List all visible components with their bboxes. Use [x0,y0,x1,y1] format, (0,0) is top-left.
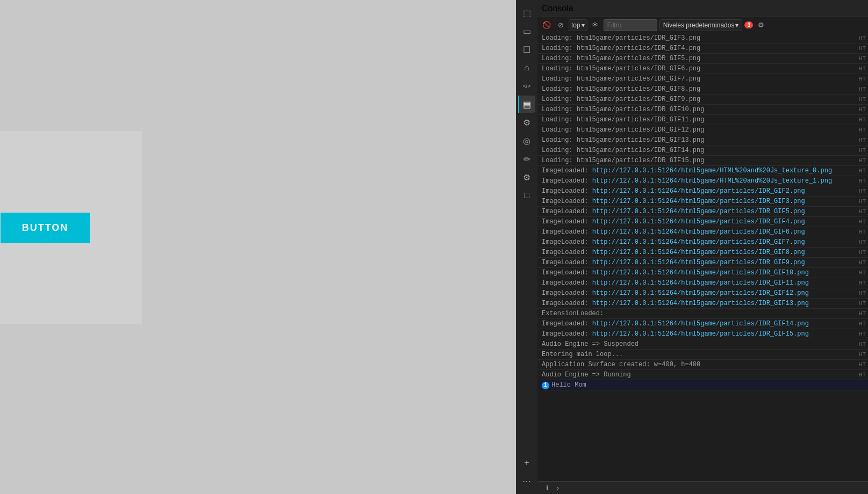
clear-console-button[interactable]: 🚫 [541,19,553,31]
log-source: HT [859,207,866,216]
code-icon[interactable]: </> [518,77,535,95]
log-link[interactable]: http://127.0.0.1:51264/html5game/particl… [592,320,809,328]
ellipsis-icon[interactable]: ⋯ [518,473,535,490]
log-source: HT [859,166,866,175]
log-link[interactable]: http://127.0.0.1:51264/html5game/particl… [592,249,805,256]
log-source: HT [859,75,866,83]
gear-icon[interactable]: ⚙ [518,169,535,186]
error-badge: 3 [744,21,753,28]
filter-input[interactable] [604,19,657,31]
context-selector[interactable]: top ▾ [569,19,587,31]
log-entry: ImageLoaded: http://127.0.0.1:51264/html… [537,278,868,288]
screen-icon[interactable]: ▭ [518,23,535,40]
plus-icon[interactable]: + [518,454,535,471]
log-text: ImageLoaded: http://127.0.0.1:51264/html… [542,330,855,338]
wifi-icon[interactable]: ◎ [518,132,535,149]
log-source: HT [859,146,866,155]
log-entry: ImageLoaded: http://127.0.0.1:51264/html… [537,248,868,258]
log-entry: Loading: html5game/particles/IDR_GIF12.p… [537,125,868,135]
log-link[interactable]: http://127.0.0.1:51264/html5game/HTML%20… [592,177,832,185]
bottom-chevron-icon[interactable]: › [553,483,563,493]
log-entry: Loading: html5game/particles/IDR_GIF6.pn… [537,64,868,74]
log-link[interactable]: http://127.0.0.1:51264/html5game/particl… [592,289,809,297]
log-text: Loading: html5game/particles/IDR_GIF8.pn… [542,85,855,93]
log-entry: Loading: html5game/particles/IDR_GIF5.pn… [537,54,868,64]
log-entry: ImageLoaded: http://127.0.0.1:51264/html… [537,166,868,176]
devtools-settings-icon[interactable]: ⚙ [518,114,535,131]
levels-chevron-icon: ▾ [735,21,738,29]
log-entry: Loading: html5game/particles/IDR_GIF9.pn… [537,95,868,105]
log-text: Loading: html5game/particles/IDR_GIF15.p… [542,156,855,165]
log-entry: ImageLoaded: http://127.0.0.1:51264/html… [537,186,868,197]
eye-icon[interactable]: 👁 [590,19,601,31]
levels-selector[interactable]: Niveles predeterminados ▾ [659,19,743,31]
log-link[interactable]: http://127.0.0.1:51264/html5game/particl… [592,330,809,338]
log-link[interactable]: http://127.0.0.1:51264/html5game/particl… [592,279,809,287]
log-entry: iHello Mom [537,380,868,390]
log-link[interactable]: http://127.0.0.1:51264/html5game/particl… [592,300,809,307]
home-icon[interactable]: ⌂ [518,59,535,76]
log-entry: Audio Engine => SuspendedHT [537,339,868,350]
log-entry: ImageLoaded: http://127.0.0.1:51264/html… [537,197,868,207]
top-label: top [571,21,580,29]
log-text: Loading: html5game/particles/IDR_GIF3.pn… [542,34,855,42]
log-text: Loading: html5game/particles/IDR_GIF12.p… [542,126,855,134]
log-entry: ExtensionLoaded:HT [537,309,868,319]
inspect-icon[interactable]: ⬚ [518,4,535,21]
log-text: ExtensionLoaded: [542,309,855,318]
log-source: HT [859,136,866,144]
log-entry: Loading: html5game/particles/IDR_GIF3.pn… [537,33,868,43]
pen-icon[interactable]: ✏ [518,150,535,168]
log-link[interactable]: http://127.0.0.1:51264/html5game/particl… [592,238,805,246]
log-link[interactable]: http://127.0.0.1:51264/html5game/HTML%20… [592,167,832,175]
log-entry: ImageLoaded: http://127.0.0.1:51264/html… [537,176,868,186]
console-bottom: ℹ › [537,481,868,494]
log-text: ImageLoaded: http://127.0.0.1:51264/html… [542,289,855,297]
log-link[interactable]: http://127.0.0.1:51264/html5game/particl… [592,187,805,195]
log-link[interactable]: http://127.0.0.1:51264/html5game/particl… [592,269,809,277]
log-link[interactable]: http://127.0.0.1:51264/html5game/particl… [592,259,805,266]
log-source: HT [859,197,866,206]
log-source: HT [859,44,866,53]
preview-button[interactable]: BUTTON [1,213,90,243]
log-link[interactable]: http://127.0.0.1:51264/html5game/particl… [592,198,805,205]
log-text: Loading: html5game/particles/IDR_GIF13.p… [542,136,855,144]
log-source: HT [859,115,866,124]
log-source: HT [859,85,866,93]
log-text: ImageLoaded: http://127.0.0.1:51264/html… [542,197,855,206]
log-source: HT [859,299,866,308]
log-entry: ImageLoaded: http://127.0.0.1:51264/html… [537,217,868,227]
window-icon[interactable]: ☐ [518,41,535,58]
log-text: Loading: html5game/particles/IDR_GIF10.p… [542,105,855,114]
log-source: HT [859,34,866,42]
console-active-icon[interactable]: ▤ [518,96,535,113]
log-text: ImageLoaded: http://127.0.0.1:51264/html… [542,238,855,246]
log-entry: Loading: html5game/particles/IDR_GIF13.p… [537,135,868,146]
log-entry: ImageLoaded: http://127.0.0.1:51264/html… [537,237,868,248]
log-text: Loading: html5game/particles/IDR_GIF4.pn… [542,44,855,53]
bottom-info-icon[interactable]: ℹ [542,483,553,493]
log-link[interactable]: http://127.0.0.1:51264/html5game/particl… [592,208,805,215]
log-source: HT [859,54,866,63]
log-source: HT [859,360,866,369]
log-source: HT [859,217,866,226]
filter-toggle-button[interactable]: ⊘ [555,19,566,31]
log-source: HT [859,330,866,338]
log-entry: ImageLoaded: http://127.0.0.1:51264/html… [537,299,868,309]
log-source: HT [859,105,866,114]
log-link[interactable]: http://127.0.0.1:51264/html5game/particl… [592,228,805,236]
log-text: Audio Engine => Suspended [542,340,855,348]
log-text: ImageLoaded: http://127.0.0.1:51264/html… [542,228,855,236]
console-log[interactable]: Loading: html5game/particles/IDR_GIF3.pn… [537,33,868,481]
log-link[interactable]: http://127.0.0.1:51264/html5game/particl… [592,218,805,226]
log-entry: Loading: html5game/particles/IDR_GIF7.pn… [537,74,868,84]
box-icon[interactable]: □ [518,187,535,204]
log-source: HT [859,309,866,318]
preview-area: BUTTON [0,0,516,494]
log-source: HT [859,248,866,257]
devtools-sidebar: ⬚ ▭ ☐ ⌂ </> ▤ ⚙ ◎ ✏ ⚙ □ + ⋯ [516,0,537,494]
log-text: ImageLoaded: http://127.0.0.1:51264/html… [542,166,855,175]
console-panel: Consola 🚫 ⊘ top ▾ 👁 Niveles predetermina… [537,0,868,494]
settings-button[interactable]: ⚙ [755,19,767,31]
log-source: HT [859,279,866,287]
